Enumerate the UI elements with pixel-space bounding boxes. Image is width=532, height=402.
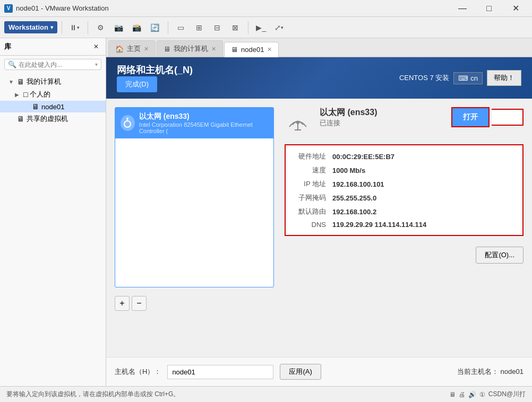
install-page-title: 网络和主机名(_N) [117, 64, 193, 76]
adapter-body [115, 138, 273, 287]
sidebar-search-container[interactable]: 🔍 ▾ [4, 59, 101, 70]
divider3 [168, 21, 168, 34]
titlebar-left: V node01 - VMware Workstation [4, 4, 109, 13]
current-hostname-label: 当前主机名： node01 [457, 367, 524, 377]
lang-selector[interactable]: ⌨ cn [453, 72, 483, 84]
maximize-button[interactable]: □ [477, 0, 501, 17]
close-button[interactable]: ✕ [503, 0, 528, 17]
minimize-button[interactable]: — [450, 0, 475, 17]
speed-row: 速度 1000 Mb/s [294, 165, 514, 175]
centos-label: CENTOS 7 安装 [399, 73, 449, 83]
hostname-row: 主机名（H）： 应用(A) 当前主机名： node01 [106, 357, 532, 386]
speed-label: 速度 [294, 165, 326, 175]
home-tab-label: 主页 [127, 44, 141, 54]
status-audio-icon: 🔊 [468, 391, 476, 398]
sidebar-item-my-computer[interactable]: ▼ 🖥 我的计算机 [0, 75, 106, 88]
ip-value: 192.168.100.101 [332, 180, 384, 188]
statusbar-right: 🖥 🖨 🔊 ① CSDN@川打 [449, 390, 526, 399]
hostname-input[interactable] [167, 365, 273, 379]
toolbar-group-4: ▶_ ⤢ ▾ [253, 20, 288, 35]
search-icon: 🔍 [8, 60, 16, 68]
divider2 [88, 21, 88, 34]
subnet-label: 子网掩码 [294, 193, 326, 203]
network-name: 以太网 (ens33) [320, 107, 443, 118]
pause-icon: ⏸ [70, 23, 77, 32]
personal-label: 个人的 [30, 90, 50, 99]
adapter-name: 以太网 (ens33) [139, 112, 268, 121]
divider1 [62, 21, 62, 34]
home-tab-icon: 🏠 [115, 45, 124, 53]
status-text: CSDN@川打 [488, 390, 526, 399]
search-input[interactable] [19, 61, 95, 68]
done-button[interactable]: 完成(D) [117, 76, 157, 92]
dns-value: 119.29.29.29 114.114.114.114 [332, 221, 426, 229]
adapter-desc: Intel Corporation 82545EM Gigabit Ethern… [139, 121, 268, 134]
adapter-card-ens33: 以太网 (ens33) Intel Corporation 82545EM Gi… [115, 107, 274, 287]
tab-my-computer[interactable]: 🖥 我的计算机 ✕ [157, 40, 223, 57]
sidebar-item-personal[interactable]: ▶ □ 个人的 [0, 88, 106, 101]
sidebar: 库 ✕ 🔍 ▾ ▼ 🖥 我的计算机 ▶ □ 个人的 🖥 node01 [0, 38, 106, 386]
status-usb-icon: ① [479, 391, 485, 398]
toolbar-group-3: ▭ ⊞ ⊟ ⊠ [173, 20, 244, 35]
open-button[interactable]: 打开 [451, 107, 490, 127]
ip-row: IP 地址 192.168.100.101 [294, 179, 514, 189]
snapshot3-btn[interactable]: 🔄 [147, 20, 164, 35]
node01-tab-close-icon[interactable]: ✕ [267, 47, 272, 53]
my-computer-tab-close-icon[interactable]: ✕ [211, 46, 216, 52]
fullscreen-btn[interactable]: ⤢ ▾ [271, 20, 288, 35]
view-btn2[interactable]: ⊞ [191, 20, 208, 35]
workstation-menu[interactable]: Workstation ▾ [4, 21, 57, 33]
subnet-row: 子网掩码 255.255.255.0 [294, 193, 514, 203]
menubar: Workstation ▾ ⏸ ▾ ⚙ 📷 📸 🔄 ▭ ⊞ ⊟ ⊠ ▶_ ⤢ ▾ [0, 17, 532, 38]
view-btn4[interactable]: ⊠ [227, 20, 244, 35]
keyboard-icon: ⌨ [458, 74, 468, 82]
search-arrow-icon: ▾ [95, 62, 98, 67]
node01-tab-icon: 🖥 [231, 46, 238, 54]
view-btn1[interactable]: ▭ [173, 20, 190, 35]
shared-vm-icon: 🖥 [17, 115, 24, 123]
node01-label: node01 [41, 103, 64, 111]
sidebar-tree: ▼ 🖥 我的计算机 ▶ □ 个人的 🖥 node01 🖥 共享的虚拟机 [0, 73, 106, 386]
config-btn-area: 配置(O)... [285, 247, 524, 264]
toolbar-group-1: ⏸ ▾ [66, 20, 83, 35]
tab-home[interactable]: 🏠 主页 ✕ [108, 40, 156, 57]
window-title: node01 - VMware Workstation [16, 4, 109, 12]
fullscreen-arrow: ▾ [281, 25, 284, 30]
speed-value: 1000 Mb/s [332, 167, 365, 174]
window-controls: — □ ✕ [450, 0, 528, 17]
install-header-left: 网络和主机名(_N) 完成(D) [117, 64, 193, 92]
network-content: 以太网 (ens33) Intel Corporation 82545EM Gi… [106, 99, 532, 357]
open-btn-input[interactable] [492, 109, 524, 126]
pause-arrow: ▾ [77, 25, 80, 30]
add-adapter-button[interactable]: + [115, 296, 130, 311]
subnet-value: 255.255.255.0 [332, 194, 376, 202]
snapshot2-btn[interactable]: 📸 [128, 20, 145, 35]
help-button[interactable]: 帮助！ [487, 70, 521, 86]
pause-button[interactable]: ⏸ ▾ [66, 20, 83, 35]
snapshot-btn[interactable]: 📷 [110, 20, 127, 35]
sidebar-item-shared[interactable]: 🖥 共享的虚拟机 [0, 112, 106, 125]
titlebar: V node01 - VMware Workstation — □ ✕ [0, 0, 532, 17]
network-status: 以太网 (ens33) 已连接 打开 [285, 107, 524, 134]
sidebar-close-button[interactable]: ✕ [91, 41, 101, 52]
current-label: 当前主机名： [457, 368, 499, 375]
workstation-label: Workstation [8, 23, 48, 31]
main-area: 库 ✕ 🔍 ▾ ▼ 🖥 我的计算机 ▶ □ 个人的 🖥 node01 [0, 38, 532, 386]
home-tab-close-icon[interactable]: ✕ [144, 46, 149, 52]
remove-adapter-button[interactable]: − [132, 296, 147, 311]
tab-node01[interactable]: 🖥 node01 ✕ [224, 42, 279, 57]
ip-label: IP 地址 [294, 179, 326, 189]
hardware-row: 硬件地址 00:0C:29:EE:5E:B7 [294, 152, 514, 161]
apply-button[interactable]: 应用(A) [280, 364, 321, 380]
sidebar-item-node01[interactable]: 🖥 node01 [0, 101, 106, 112]
page-content: 网络和主机名(_N) 完成(D) CENTOS 7 安装 ⌨ cn 帮助！ [106, 57, 532, 386]
gateway-value: 192.168.100.2 [332, 208, 376, 216]
view-btn3[interactable]: ⊟ [209, 20, 226, 35]
gateway-label: 默认路由 [294, 207, 326, 216]
config-button[interactable]: 配置(O)... [476, 247, 524, 264]
terminal-btn[interactable]: ▶_ [253, 20, 270, 35]
hardware-value: 00:0C:29:EE:5E:B7 [332, 153, 394, 161]
svg-point-0 [124, 121, 131, 127]
divider4 [248, 21, 248, 34]
vm-settings-btn[interactable]: ⚙ [92, 20, 109, 35]
